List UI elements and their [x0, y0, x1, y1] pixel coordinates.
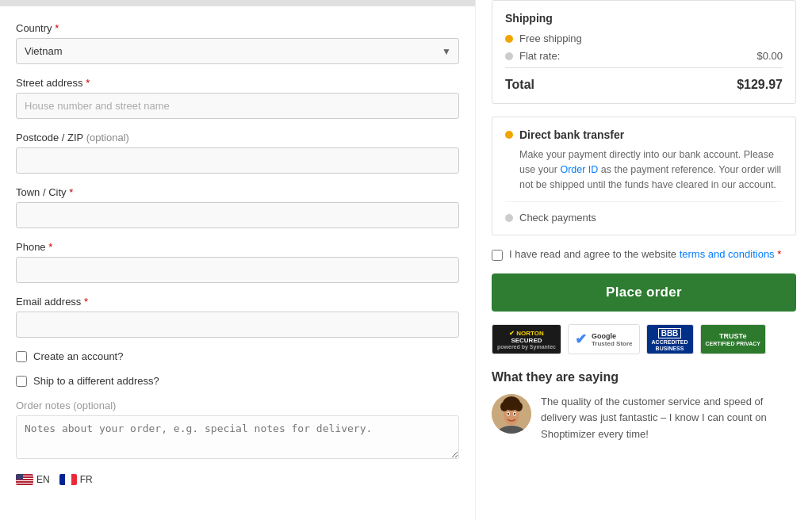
truste-sub: CERTIFIED PRIVACY [706, 341, 761, 346]
testimonial-row: The quality of the customer service and … [492, 394, 796, 442]
right-column: Shipping Free shipping Flat rate: $0.00 … [476, 0, 812, 520]
direct-bank-desc: Make your payment directly into our bank… [519, 147, 783, 192]
direct-bank-dot [505, 131, 513, 139]
flag-us-icon [16, 474, 33, 485]
phone-label: Phone * [16, 241, 459, 253]
create-account-label[interactable]: Create an account? [33, 350, 123, 362]
lang-fr-label: FR [80, 474, 93, 485]
direct-bank-option: Direct bank transfer Make your payment d… [505, 128, 783, 192]
google-checkmark-icon: ✔ [575, 331, 587, 348]
avatar-svg [492, 394, 531, 434]
order-notes-textarea[interactable] [16, 415, 459, 459]
lang-fr-item[interactable]: FR [59, 474, 93, 485]
total-row: Total $129.97 [505, 67, 783, 92]
postcode-input[interactable] [16, 147, 459, 174]
trust-badges: ✔ NORTON SECURED powered by Symantec ✔ G… [492, 324, 796, 354]
country-select[interactable]: Vietnam United States United Kingdom Aus… [16, 38, 459, 64]
street-label: Street address * [16, 77, 459, 89]
payment-section: Direct bank transfer Make your payment d… [492, 117, 796, 235]
truste-icon: TRUSTe [719, 332, 746, 340]
svg-point-8 [508, 413, 509, 415]
postcode-label: Postcode / ZIP (optional) [16, 132, 459, 143]
lang-en-item[interactable]: EN [16, 474, 50, 485]
payment-divider [505, 201, 783, 202]
order-id-link[interactable]: Order ID [560, 164, 598, 175]
avatar [492, 394, 531, 434]
free-shipping-option: Free shipping [505, 32, 783, 44]
ship-different-row: Ship to a different address? [16, 375, 459, 387]
direct-bank-header: Direct bank transfer [505, 128, 783, 141]
town-input[interactable] [16, 202, 459, 228]
shipping-title: Shipping [505, 12, 783, 25]
svg-point-9 [514, 413, 515, 415]
country-select-wrapper: Vietnam United States United Kingdom Aus… [16, 38, 459, 64]
flat-rate-option: Flat rate: $0.00 [505, 50, 783, 62]
postcode-optional: (optional) [86, 132, 129, 143]
free-shipping-label: Free shipping [519, 32, 783, 44]
street-group: Street address * [16, 77, 459, 119]
google-badge: ✔ Google Trusted Store [568, 324, 640, 354]
norton-checkmark: ✔ NORTON [509, 330, 544, 337]
google-sub: Trusted Store [592, 340, 633, 347]
svg-point-4 [500, 402, 508, 411]
bbb-badge: BBB ACCREDITED BUSINESS [646, 324, 694, 354]
order-notes-group: Order notes (optional) [16, 400, 459, 461]
check-payment-dot [505, 214, 513, 222]
email-required: * [84, 296, 88, 308]
lang-en-label: EN [36, 474, 50, 485]
flat-rate-price: $0.00 [756, 50, 783, 62]
total-label: Total [505, 78, 534, 92]
shipping-section: Shipping Free shipping Flat rate: $0.00 … [492, 0, 796, 104]
terms-checkbox[interactable] [492, 250, 503, 261]
ship-different-label[interactable]: Ship to a different address? [33, 375, 159, 387]
country-required: * [55, 22, 59, 34]
check-payments-label: Check payments [519, 212, 596, 224]
terms-row: I have read and agree to the website ter… [492, 248, 796, 261]
email-input[interactable] [16, 312, 459, 338]
norton-secured: SECURED [511, 337, 542, 344]
flat-rate-dot [505, 52, 513, 60]
street-required: * [86, 77, 90, 89]
norton-badge: ✔ NORTON SECURED powered by Symantec [492, 324, 561, 354]
bbb-sub: BUSINESS [656, 346, 684, 351]
direct-bank-title: Direct bank transfer [519, 128, 624, 141]
language-bar: EN FR [16, 474, 459, 485]
postcode-group: Postcode / ZIP (optional) [16, 132, 459, 174]
svg-point-5 [515, 402, 523, 411]
street-input[interactable] [16, 93, 459, 119]
phone-group: Phone * [16, 241, 459, 283]
phone-input[interactable] [16, 257, 459, 283]
create-account-checkbox[interactable] [16, 351, 27, 362]
place-order-button[interactable]: Place order [492, 273, 796, 312]
terms-label: I have read and agree to the website ter… [509, 248, 781, 260]
ship-different-checkbox[interactable] [16, 376, 27, 387]
left-column: Country * Vietnam United States United K… [0, 0, 476, 520]
testimonial-text: The quality of the customer service and … [541, 394, 796, 442]
free-shipping-dot [505, 35, 513, 43]
terms-required: * [777, 248, 781, 260]
phone-required: * [48, 241, 52, 253]
norton-symantec: powered by Symantec [497, 344, 556, 350]
check-payments-option: Check payments [505, 212, 783, 224]
email-label: Email address * [16, 296, 459, 308]
terms-link[interactable]: terms and conditions [680, 248, 775, 260]
testimonial-title: What they are saying [492, 370, 796, 384]
country-label: Country * [16, 22, 459, 34]
total-amount: $129.97 [737, 78, 783, 92]
order-notes-label: Order notes (optional) [16, 400, 459, 411]
town-required: * [69, 186, 73, 198]
bbb-label: ACCREDITED [652, 339, 688, 345]
top-bar-divider [0, 0, 475, 6]
flat-rate-label: Flat rate: [519, 50, 750, 62]
create-account-row: Create an account? [16, 350, 459, 362]
bbb-icon: BBB [658, 328, 682, 338]
country-group: Country * Vietnam United States United K… [16, 22, 459, 64]
town-label: Town / City * [16, 186, 459, 198]
town-group: Town / City * [16, 186, 459, 228]
truste-badge: TRUSTe CERTIFIED PRIVACY [700, 324, 767, 354]
email-group: Email address * [16, 296, 459, 338]
google-label: Google [592, 332, 633, 340]
flag-fr-icon [59, 474, 77, 485]
